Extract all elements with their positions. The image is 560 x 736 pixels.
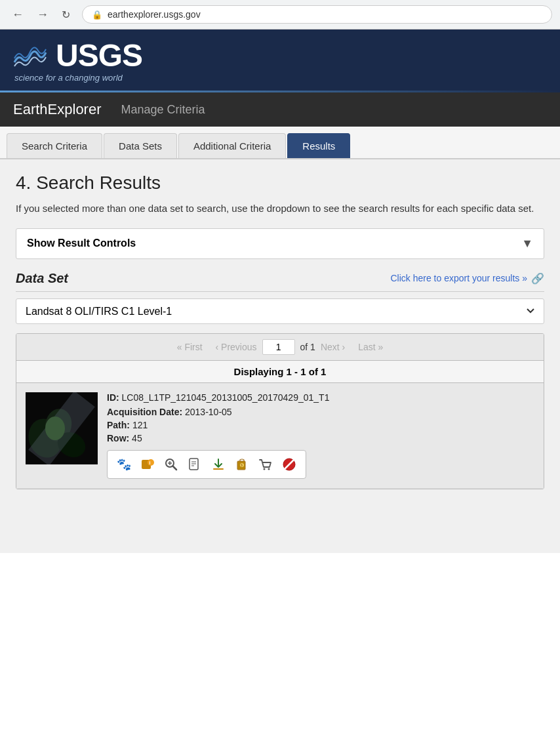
id-value: LC08_L1TP_121045_20131005_20170429_01_T1: [122, 392, 330, 403]
footprint-icon[interactable]: 🐾: [114, 455, 134, 474]
export-link-text: Click here to export your results »: [390, 273, 527, 283]
tab-additional-criteria[interactable]: Additional Criteria: [178, 133, 286, 158]
forward-button[interactable]: →: [33, 7, 52, 23]
result-id-row: ID: LC08_L1TP_121045_20131005_20170429_0…: [107, 392, 534, 403]
export-icon: 🔗: [531, 272, 544, 285]
nav-bar: EarthExplorer Manage Criteria: [0, 92, 560, 127]
usgs-logo-top: USGS: [13, 40, 142, 72]
action-icons: 🐾 i $: [107, 450, 306, 479]
zoom-icon[interactable]: [161, 455, 181, 474]
preview-icon[interactable]: i: [138, 455, 157, 474]
manage-criteria-link[interactable]: Manage Criteria: [121, 103, 205, 117]
dataset-select[interactable]: Landsat 8 OLI/TIRS C1 Level-1: [16, 298, 544, 324]
dropdown-arrow-icon: ▼: [521, 237, 533, 251]
path-label: Path:: [107, 420, 130, 430]
tab-results[interactable]: Results: [287, 133, 350, 158]
cart-icon[interactable]: [256, 455, 275, 474]
dataset-row: Data Set Click here to export your resul…: [16, 271, 544, 292]
url-text: earthexplorer.usgs.gov: [108, 9, 201, 20]
back-button[interactable]: ←: [8, 7, 28, 23]
tab-data-sets[interactable]: Data Sets: [104, 133, 177, 158]
search-results-title: 4. Search Results: [16, 173, 544, 194]
lock-icon: 🔒: [92, 10, 102, 20]
show-result-controls-label: Show Result Controls: [27, 237, 136, 249]
page-number-input[interactable]: [262, 339, 295, 355]
dataset-label: Data Set: [16, 271, 68, 286]
svg-point-16: [264, 468, 266, 470]
path-value: 121: [132, 420, 148, 430]
usgs-name: USGS: [56, 40, 142, 72]
first-page-link[interactable]: « First: [177, 342, 203, 352]
tab-search-criteria[interactable]: Search Criteria: [7, 133, 102, 158]
results-wrapper: « First ‹ Previous of 1 Next › Last » Di…: [16, 333, 544, 489]
order-icon[interactable]: $: [232, 455, 252, 474]
page-of-label: of 1: [300, 342, 315, 352]
download-icon[interactable]: [209, 455, 228, 474]
row-value: 45: [132, 433, 142, 443]
pagination-bar: « First ‹ Previous of 1 Next › Last »: [16, 334, 544, 361]
path-row: Path: 121: [107, 420, 534, 430]
usgs-header: USGS science for a changing world: [0, 30, 560, 91]
svg-rect-12: [213, 468, 224, 470]
reload-button[interactable]: ↻: [58, 7, 74, 22]
usgs-tagline: science for a changing world: [13, 73, 142, 83]
acquisition-date-row: Acquisition Date: 2013-10-05: [107, 407, 534, 417]
exclude-icon[interactable]: [279, 455, 299, 474]
result-thumbnail: [26, 392, 98, 464]
svg-point-2: [148, 459, 154, 466]
row-row: Row: 45: [107, 433, 534, 443]
thumbnail-canvas: [26, 392, 98, 464]
show-result-controls-dropdown[interactable]: Show Result Controls ▼: [16, 228, 544, 259]
previous-page-link[interactable]: ‹ Previous: [216, 342, 257, 352]
displaying-text: Displaying 1 - 1 of 1: [234, 366, 327, 377]
export-link[interactable]: Click here to export your results » 🔗: [390, 272, 544, 285]
browser-chrome: ← → ↻ 🔒 earthexplorer.usgs.gov: [0, 0, 560, 30]
svg-line-5: [173, 466, 177, 470]
acquisition-date-label: Acquisition Date:: [107, 407, 182, 417]
id-label: ID:: [107, 392, 119, 403]
search-results-desc: If you selected more than one data set t…: [16, 201, 544, 216]
svg-point-17: [268, 468, 270, 470]
usgs-logo: USGS science for a changing world: [13, 40, 142, 83]
main-content: 4. Search Results If you selected more t…: [0, 159, 560, 553]
metadata-icon[interactable]: [185, 455, 205, 474]
row-label: Row:: [107, 433, 129, 443]
address-bar[interactable]: 🔒 earthexplorer.usgs.gov: [82, 5, 552, 24]
table-row: ID: LC08_L1TP_121045_20131005_20170429_0…: [16, 383, 544, 489]
svg-text:i: i: [150, 460, 151, 465]
nav-buttons: ← → ↻: [8, 7, 74, 23]
svg-text:$: $: [241, 463, 243, 467]
next-page-link[interactable]: Next ›: [321, 342, 345, 352]
tabs-container: Search Criteria Data Sets Additional Cri…: [0, 127, 560, 159]
usgs-wave-icon: [13, 43, 49, 69]
last-page-link[interactable]: Last »: [358, 342, 383, 352]
result-info: ID: LC08_L1TP_121045_20131005_20170429_0…: [107, 392, 534, 479]
acquisition-date-value: 2013-10-05: [185, 407, 232, 417]
nav-title: EarthExplorer: [13, 101, 102, 118]
displaying-row: Displaying 1 - 1 of 1: [16, 361, 544, 383]
